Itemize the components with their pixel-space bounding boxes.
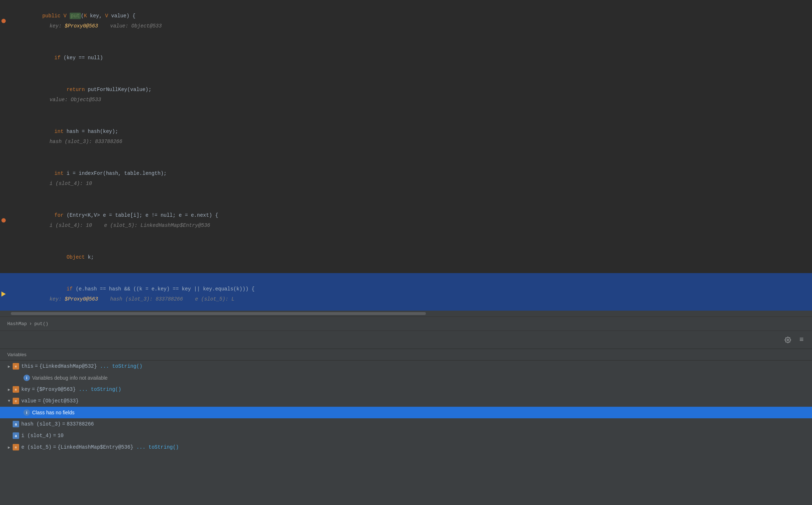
var-info-icon-class: i [23, 409, 30, 416]
code-line-1: public V put(K key, V value) { key: $Pro… [0, 0, 812, 42]
var-link-e[interactable]: ... toString() [133, 444, 179, 450]
gear-button[interactable] [783, 335, 793, 345]
code-line-4: int hash = hash(key); hash (slot_3): 833… [0, 116, 812, 157]
var-icon-hash: a [13, 421, 19, 427]
editor-container: public V put(K key, V value) { key: $Pro… [0, 0, 812, 505]
var-eq-i: = [53, 433, 56, 439]
code-line-5: int i = indexFor(hash, table.length); i … [0, 157, 812, 199]
breakpoint-dot-6 [1, 218, 6, 223]
var-eq-hash: = [62, 421, 65, 427]
code-content-1: public V put(K key, V value) { key: $Pro… [14, 1, 812, 41]
var-item-i[interactable]: a i (slot_4) = 10 [0, 430, 812, 441]
code-line-6: for (Entry<K,V> e = table[i]; e != null;… [0, 199, 812, 241]
var-eq-key: = [32, 387, 35, 392]
toolbar-bar: ≡ [0, 331, 812, 349]
code-line-8: if (e.hash == hash && ((k = e.key) == ke… [0, 273, 812, 311]
var-item-debug-info: i Variables debug info not available [0, 372, 812, 384]
code-line-3: return putForNullKey(value); value: Obje… [0, 74, 812, 116]
breadcrumb-separator: › [29, 321, 32, 327]
var-icon-this: ≡ [13, 363, 19, 370]
var-icon-key: ≡ [13, 386, 19, 393]
var-item-value[interactable]: ▼ ≡ value = {Object@533} [0, 395, 812, 407]
var-item-hash[interactable]: a hash (slot_3) = 833788266 [0, 418, 812, 430]
var-icon-i: a [13, 432, 19, 439]
breakpoint-arrow-8 [1, 292, 6, 297]
var-name-this: this [21, 363, 34, 369]
variables-panel: Variables ▶ ≡ this = {LinkedHashMap@532}… [0, 349, 812, 505]
menu-button[interactable]: ≡ [796, 335, 807, 345]
code-line-7: Object k; [0, 241, 812, 273]
breadcrumb-put[interactable]: put() [34, 321, 48, 327]
var-debug-text: Variables debug info not available [32, 375, 108, 381]
code-content-6: for (Entry<K,V> e = table[i]; e != null;… [14, 200, 812, 241]
var-icon-value: ≡ [13, 398, 19, 404]
code-content-8: if (e.hash == hash && ((k = e.key) == ke… [14, 274, 812, 311]
var-val-value: {Object@533} [42, 398, 79, 404]
var-icon-e: ≡ [13, 444, 19, 450]
var-item-class-no-fields: i Class has no fields [0, 407, 812, 418]
expand-value[interactable]: ▼ [5, 399, 13, 403]
code-line-2: if (key == null) [0, 42, 812, 74]
code-content-3: return putForNullKey(value); value: Obje… [14, 74, 812, 115]
breakpoint-dot-1 [1, 19, 6, 23]
var-item-e[interactable]: ▶ ≡ e (slot_5) = {LinkedHashMap$Entry@53… [0, 441, 812, 453]
var-val-i: 10 [57, 433, 64, 439]
variables-header: Variables [0, 349, 812, 361]
editor-area[interactable]: public V put(K key, V value) { key: $Pro… [0, 0, 812, 311]
var-name-key: key [21, 387, 30, 392]
breadcrumb-hashmap[interactable]: HashMap [7, 321, 27, 327]
code-content-4: int hash = hash(key); hash (slot_3): 833… [14, 116, 812, 157]
var-eq-value: = [38, 398, 41, 404]
var-val-key: {$Proxy0@563} [36, 387, 76, 392]
var-val-hash: 833788266 [67, 421, 94, 427]
breadcrumb-bar: HashMap › put() [0, 316, 812, 331]
var-link-this[interactable]: ... toString() [97, 363, 143, 369]
var-eq-this: = [35, 363, 38, 369]
var-eq-e: = [53, 444, 56, 450]
code-content-2: if (key == null) [14, 43, 812, 73]
expand-this[interactable]: ▶ [5, 364, 13, 369]
var-item-key[interactable]: ▶ ≡ key = {$Proxy0@563} ... toString() [0, 384, 812, 395]
horizontal-scrollbar[interactable] [0, 311, 812, 316]
code-content-7: Object k; [14, 242, 812, 272]
var-link-key[interactable]: ... toString() [76, 387, 121, 392]
var-val-this: {LinkedHashMap@532} [39, 363, 97, 369]
var-info-icon-debug: i [23, 375, 30, 381]
var-name-e: e (slot_5) [21, 444, 52, 450]
code-content-5: int i = indexFor(hash, table.length); i … [14, 158, 812, 199]
scrollbar-thumb[interactable] [11, 312, 426, 315]
var-val-e: {LinkedHashMap$Entry@536} [57, 444, 133, 450]
variables-label: Variables [7, 352, 26, 357]
expand-e[interactable]: ▶ [5, 445, 13, 450]
var-name-value: value [21, 398, 36, 404]
var-name-hash: hash (slot_3) [21, 421, 61, 427]
svg-point-0 [787, 339, 789, 341]
expand-key[interactable]: ▶ [5, 387, 13, 392]
var-item-this[interactable]: ▶ ≡ this = {LinkedHashMap@532} ... toStr… [0, 361, 812, 372]
var-name-i: i (slot_4) [21, 433, 52, 439]
var-class-text: Class has no fields [32, 410, 75, 415]
